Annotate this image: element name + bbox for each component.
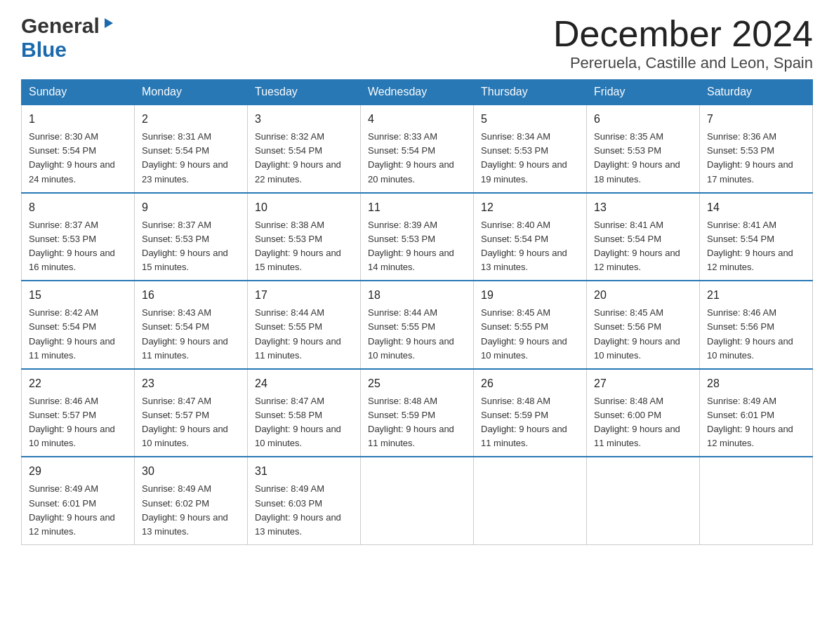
day-info: Sunrise: 8:46 AMSunset: 5:56 PMDaylight:…: [707, 307, 793, 360]
day-info: Sunrise: 8:49 AMSunset: 6:01 PMDaylight:…: [707, 396, 793, 448]
days-header-row: Sunday Monday Tuesday Wednesday Thursday…: [22, 80, 813, 105]
header-wednesday: Wednesday: [361, 80, 474, 105]
day-info: Sunrise: 8:40 AMSunset: 5:54 PMDaylight:…: [481, 220, 567, 272]
day-number: 31: [255, 463, 353, 480]
day-cell-21: 21 Sunrise: 8:46 AMSunset: 5:56 PMDaylig…: [700, 281, 813, 369]
day-number: 30: [142, 463, 240, 480]
day-number: 19: [481, 287, 579, 304]
day-info: Sunrise: 8:37 AMSunset: 5:53 PMDaylight:…: [29, 220, 115, 272]
day-cell-27: 27 Sunrise: 8:48 AMSunset: 6:00 PMDaylig…: [587, 369, 700, 457]
empty-cell: [700, 457, 813, 544]
day-number: 28: [707, 375, 805, 392]
day-info: Sunrise: 8:33 AMSunset: 5:54 PMDaylight:…: [368, 131, 454, 184]
day-info: Sunrise: 8:36 AMSunset: 5:53 PMDaylight:…: [707, 131, 793, 184]
day-number: 13: [594, 199, 692, 216]
day-number: 18: [368, 287, 466, 304]
calendar-table: Sunday Monday Tuesday Wednesday Thursday…: [21, 79, 813, 545]
day-cell-13: 13 Sunrise: 8:41 AMSunset: 5:54 PMDaylig…: [587, 193, 700, 281]
location-subtitle: Pereruela, Castille and Leon, Spain: [553, 54, 813, 72]
day-cell-26: 26 Sunrise: 8:48 AMSunset: 5:59 PMDaylig…: [474, 369, 587, 457]
day-cell-20: 20 Sunrise: 8:45 AMSunset: 5:56 PMDaylig…: [587, 281, 700, 369]
day-cell-7: 7 Sunrise: 8:36 AMSunset: 5:53 PMDayligh…: [700, 105, 813, 193]
page-header: General Blue December 2024 Pereruela, Ca…: [21, 14, 813, 72]
day-info: Sunrise: 8:49 AMSunset: 6:02 PMDaylight:…: [142, 483, 228, 536]
day-info: Sunrise: 8:41 AMSunset: 5:54 PMDaylight:…: [594, 220, 680, 272]
day-cell-6: 6 Sunrise: 8:35 AMSunset: 5:53 PMDayligh…: [587, 105, 700, 193]
logo-arrow-icon: [102, 17, 114, 32]
logo-general-text: General: [21, 14, 100, 38]
day-info: Sunrise: 8:30 AMSunset: 5:54 PMDaylight:…: [29, 131, 115, 184]
day-number: 9: [142, 199, 240, 216]
day-info: Sunrise: 8:31 AMSunset: 5:54 PMDaylight:…: [142, 131, 228, 184]
day-cell-17: 17 Sunrise: 8:44 AMSunset: 5:55 PMDaylig…: [248, 281, 361, 369]
day-info: Sunrise: 8:49 AMSunset: 6:03 PMDaylight:…: [255, 483, 341, 536]
day-info: Sunrise: 8:47 AMSunset: 5:57 PMDaylight:…: [142, 396, 228, 448]
day-cell-30: 30 Sunrise: 8:49 AMSunset: 6:02 PMDaylig…: [135, 457, 248, 544]
day-number: 16: [142, 287, 240, 304]
day-info: Sunrise: 8:37 AMSunset: 5:53 PMDaylight:…: [142, 220, 228, 272]
day-cell-19: 19 Sunrise: 8:45 AMSunset: 5:55 PMDaylig…: [474, 281, 587, 369]
day-cell-2: 2 Sunrise: 8:31 AMSunset: 5:54 PMDayligh…: [135, 105, 248, 193]
day-info: Sunrise: 8:45 AMSunset: 5:56 PMDaylight:…: [594, 307, 680, 360]
calendar-week-1: 1 Sunrise: 8:30 AMSunset: 5:54 PMDayligh…: [22, 105, 813, 193]
day-cell-8: 8 Sunrise: 8:37 AMSunset: 5:53 PMDayligh…: [22, 193, 135, 281]
day-number: 8: [29, 199, 127, 216]
empty-cell: [361, 457, 474, 544]
day-cell-18: 18 Sunrise: 8:44 AMSunset: 5:55 PMDaylig…: [361, 281, 474, 369]
day-number: 14: [707, 199, 805, 216]
calendar-week-2: 8 Sunrise: 8:37 AMSunset: 5:53 PMDayligh…: [22, 193, 813, 281]
day-number: 7: [707, 111, 805, 128]
day-cell-15: 15 Sunrise: 8:42 AMSunset: 5:54 PMDaylig…: [22, 281, 135, 369]
day-info: Sunrise: 8:48 AMSunset: 5:59 PMDaylight:…: [481, 396, 567, 448]
day-number: 21: [707, 287, 805, 304]
day-cell-9: 9 Sunrise: 8:37 AMSunset: 5:53 PMDayligh…: [135, 193, 248, 281]
month-title: December 2024: [553, 14, 813, 54]
day-info: Sunrise: 8:45 AMSunset: 5:55 PMDaylight:…: [481, 307, 567, 360]
day-number: 5: [481, 111, 579, 128]
logo-blue-text: Blue: [21, 38, 67, 61]
day-cell-28: 28 Sunrise: 8:49 AMSunset: 6:01 PMDaylig…: [700, 369, 813, 457]
calendar-week-5: 29 Sunrise: 8:49 AMSunset: 6:01 PMDaylig…: [22, 457, 813, 544]
day-number: 27: [594, 375, 692, 392]
day-number: 29: [29, 463, 127, 480]
day-info: Sunrise: 8:38 AMSunset: 5:53 PMDaylight:…: [255, 220, 341, 272]
day-info: Sunrise: 8:46 AMSunset: 5:57 PMDaylight:…: [29, 396, 115, 448]
day-number: 17: [255, 287, 353, 304]
day-cell-3: 3 Sunrise: 8:32 AMSunset: 5:54 PMDayligh…: [248, 105, 361, 193]
day-number: 22: [29, 375, 127, 392]
day-info: Sunrise: 8:42 AMSunset: 5:54 PMDaylight:…: [29, 307, 115, 360]
day-number: 2: [142, 111, 240, 128]
day-cell-10: 10 Sunrise: 8:38 AMSunset: 5:53 PMDaylig…: [248, 193, 361, 281]
day-number: 23: [142, 375, 240, 392]
day-info: Sunrise: 8:35 AMSunset: 5:53 PMDaylight:…: [594, 131, 680, 184]
day-number: 15: [29, 287, 127, 304]
day-info: Sunrise: 8:48 AMSunset: 5:59 PMDaylight:…: [368, 396, 454, 448]
day-cell-22: 22 Sunrise: 8:46 AMSunset: 5:57 PMDaylig…: [22, 369, 135, 457]
day-info: Sunrise: 8:44 AMSunset: 5:55 PMDaylight:…: [368, 307, 454, 360]
day-cell-1: 1 Sunrise: 8:30 AMSunset: 5:54 PMDayligh…: [22, 105, 135, 193]
day-cell-11: 11 Sunrise: 8:39 AMSunset: 5:53 PMDaylig…: [361, 193, 474, 281]
day-info: Sunrise: 8:44 AMSunset: 5:55 PMDaylight:…: [255, 307, 341, 360]
day-info: Sunrise: 8:32 AMSunset: 5:54 PMDaylight:…: [255, 131, 341, 184]
header-thursday: Thursday: [474, 80, 587, 105]
day-info: Sunrise: 8:41 AMSunset: 5:54 PMDaylight:…: [707, 220, 793, 272]
day-number: 25: [368, 375, 466, 392]
day-number: 20: [594, 287, 692, 304]
day-cell-5: 5 Sunrise: 8:34 AMSunset: 5:53 PMDayligh…: [474, 105, 587, 193]
day-info: Sunrise: 8:48 AMSunset: 6:00 PMDaylight:…: [594, 396, 680, 448]
day-cell-14: 14 Sunrise: 8:41 AMSunset: 5:54 PMDaylig…: [700, 193, 813, 281]
day-cell-16: 16 Sunrise: 8:43 AMSunset: 5:54 PMDaylig…: [135, 281, 248, 369]
day-info: Sunrise: 8:47 AMSunset: 5:58 PMDaylight:…: [255, 396, 341, 448]
calendar-week-4: 22 Sunrise: 8:46 AMSunset: 5:57 PMDaylig…: [22, 369, 813, 457]
header-friday: Friday: [587, 80, 700, 105]
header-tuesday: Tuesday: [248, 80, 361, 105]
empty-cell: [474, 457, 587, 544]
day-number: 11: [368, 199, 466, 216]
day-number: 4: [368, 111, 466, 128]
header-saturday: Saturday: [700, 80, 813, 105]
empty-cell: [587, 457, 700, 544]
day-cell-4: 4 Sunrise: 8:33 AMSunset: 5:54 PMDayligh…: [361, 105, 474, 193]
day-cell-25: 25 Sunrise: 8:48 AMSunset: 5:59 PMDaylig…: [361, 369, 474, 457]
day-number: 12: [481, 199, 579, 216]
day-number: 26: [481, 375, 579, 392]
